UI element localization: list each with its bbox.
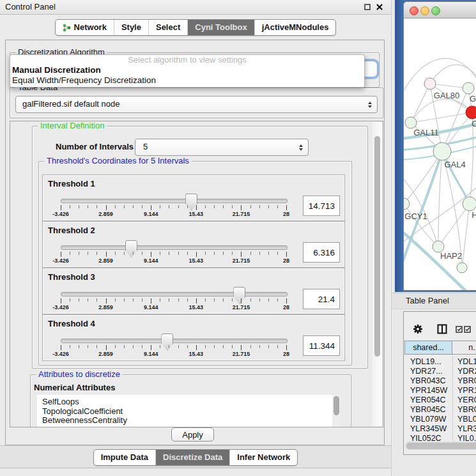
table-horizontal-scrollbar[interactable] bbox=[405, 441, 476, 450]
split-view-icon[interactable] bbox=[437, 324, 447, 334]
major-tick bbox=[106, 298, 107, 303]
mac-close-icon[interactable] bbox=[410, 6, 418, 15]
threshold-value-input[interactable] bbox=[303, 335, 340, 356]
slider-track[interactable] bbox=[61, 292, 288, 296]
minor-tick bbox=[277, 298, 278, 302]
interval-definition-group: Interval Definition Number of Intervals … bbox=[32, 126, 368, 369]
table-row[interactable]: YLR345WYLR3... bbox=[404, 424, 476, 434]
minor-tick bbox=[124, 205, 125, 208]
algorithm-option-manual-discretization[interactable]: Manual Discretization bbox=[10, 65, 364, 75]
table-data-combo[interactable]: galFiltered.sif default node bbox=[15, 96, 378, 113]
cell-shared-name: YBR045C bbox=[410, 405, 446, 414]
tab-cyni-toolbox[interactable]: Cyni Toolbox bbox=[187, 20, 254, 35]
tab-jactivemnodules[interactable]: jActiveMNodules bbox=[254, 20, 336, 35]
algorithm-option-equal-width-frequency-discretization[interactable]: Equal Width/Frequency Discretization bbox=[10, 75, 364, 86]
interval-definition-group-label: Interval Definition bbox=[38, 121, 107, 130]
slider-ticks: -3.4262.8599.14415.4321.71528 bbox=[61, 205, 286, 218]
attribute-item-betweennesscentrality[interactable]: BetweennessCentrality bbox=[37, 416, 341, 426]
combo-spinner-icon[interactable] bbox=[299, 144, 303, 151]
threshold-value-input[interactable] bbox=[303, 196, 340, 216]
network-node-label: HAP2 bbox=[440, 251, 462, 261]
minor-tick bbox=[70, 205, 70, 208]
slider-track[interactable] bbox=[61, 245, 288, 250]
table-hscrollbar-thumb[interactable] bbox=[406, 443, 476, 449]
major-tick bbox=[106, 205, 107, 210]
tick-label: -3.426 bbox=[52, 351, 69, 357]
attribute-item-selfloops[interactable]: SelfLoops bbox=[37, 395, 341, 407]
minor-tick bbox=[232, 298, 233, 302]
minor-tick bbox=[169, 205, 169, 208]
float-window-icon[interactable] bbox=[364, 4, 371, 10]
table-header-name[interactable]: n... bbox=[452, 341, 476, 355]
network-canvas[interactable]: GAL80GGAL11CGAL4GCY1HHAP2 bbox=[404, 18, 476, 290]
minor-tick bbox=[70, 298, 70, 302]
settings-gear-icon[interactable] bbox=[413, 324, 423, 334]
minor-tick bbox=[187, 345, 188, 348]
close-icon[interactable] bbox=[376, 3, 383, 11]
combo-spinner-icon[interactable] bbox=[368, 102, 372, 108]
number-of-intervals-combo[interactable]: 5 bbox=[135, 139, 309, 156]
checkbox-icon[interactable] bbox=[464, 326, 471, 333]
tab-style[interactable]: Style bbox=[114, 20, 148, 35]
network-node-label: GAL4 bbox=[444, 160, 465, 169]
network-node[interactable] bbox=[463, 82, 474, 94]
tick-label: 28 bbox=[283, 304, 289, 311]
tick-label: 2.859 bbox=[98, 351, 113, 357]
network-node[interactable] bbox=[457, 263, 467, 273]
minor-tick bbox=[205, 298, 206, 302]
minor-tick bbox=[142, 252, 142, 255]
numerical-attributes-list[interactable]: SelfLoopsTopologicalCoefficientBetweenne… bbox=[37, 395, 341, 427]
checkbox-icon[interactable] bbox=[456, 326, 463, 333]
table-row[interactable]: YPR145WYPR1... bbox=[404, 386, 476, 395]
tab-label: Style bbox=[121, 20, 141, 35]
table-row[interactable]: YER054CYER0... bbox=[404, 395, 476, 405]
tick-label: 15.43 bbox=[189, 211, 204, 217]
slider-track[interactable] bbox=[61, 339, 288, 343]
tab-infer-network[interactable]: Infer Network bbox=[229, 450, 297, 465]
network-edge[interactable] bbox=[411, 99, 472, 123]
minor-tick bbox=[214, 205, 215, 208]
network-node[interactable] bbox=[424, 78, 436, 89]
threshold-label: Threshold 2 bbox=[48, 226, 95, 235]
mac-zoom-icon[interactable] bbox=[431, 6, 440, 15]
table-row[interactable]: YDR27...YDR2... bbox=[404, 367, 476, 376]
network-edge[interactable] bbox=[411, 84, 430, 123]
network-node[interactable] bbox=[466, 106, 476, 119]
list-scrollbar-thumb[interactable] bbox=[334, 396, 339, 415]
network-edge[interactable] bbox=[411, 112, 472, 123]
table-row[interactable]: YBR043CYBR0... bbox=[404, 376, 476, 386]
tab-network[interactable]: Network bbox=[56, 20, 114, 35]
attributes-group: Attributes to discretize Numerical Attri… bbox=[30, 374, 351, 427]
tab-impute-data[interactable]: Impute Data bbox=[94, 450, 155, 465]
cell-shared-name: YDL19... bbox=[410, 357, 441, 366]
network-node[interactable] bbox=[405, 117, 417, 128]
network-node-gcy1[interactable] bbox=[404, 198, 410, 210]
threshold-value-input[interactable] bbox=[303, 289, 340, 309]
tab-discretize-data[interactable]: Discretize Data bbox=[155, 450, 229, 465]
minor-tick bbox=[96, 205, 97, 208]
attribute-item-topologicalcoefficient[interactable]: TopologicalCoefficient bbox=[37, 407, 341, 417]
table-row[interactable]: YBR045CYBR0... bbox=[404, 405, 476, 415]
cell-name: YLR3... bbox=[457, 424, 476, 433]
tab-select[interactable]: Select bbox=[148, 20, 187, 35]
major-tick bbox=[241, 252, 242, 257]
network-node-label: GAL80 bbox=[434, 91, 459, 100]
network-edge[interactable] bbox=[462, 204, 470, 268]
list-scrollbar[interactable] bbox=[332, 395, 341, 427]
major-tick bbox=[106, 252, 107, 257]
apply-button[interactable]: Apply bbox=[171, 427, 214, 441]
slider-track[interactable] bbox=[61, 199, 288, 203]
network-node[interactable] bbox=[463, 197, 476, 211]
table-row[interactable]: YBL079WYBL0... bbox=[404, 415, 476, 424]
mac-minimize-icon[interactable] bbox=[420, 6, 429, 15]
settings-vertical-scrollbar[interactable] bbox=[372, 122, 382, 426]
tick-label: 21.715 bbox=[233, 257, 250, 264]
minor-tick bbox=[259, 205, 260, 208]
minor-tick bbox=[79, 298, 79, 302]
threshold-value-input[interactable] bbox=[303, 242, 340, 263]
network-window-titlebar[interactable] bbox=[404, 2, 476, 19]
table-row[interactable]: YDL19...YDL1... bbox=[404, 357, 476, 367]
network-node-gal4[interactable] bbox=[433, 142, 451, 160]
table-header-shared-name[interactable]: shared... bbox=[404, 341, 452, 355]
settings-scrollbar-thumb[interactable] bbox=[374, 136, 380, 357]
